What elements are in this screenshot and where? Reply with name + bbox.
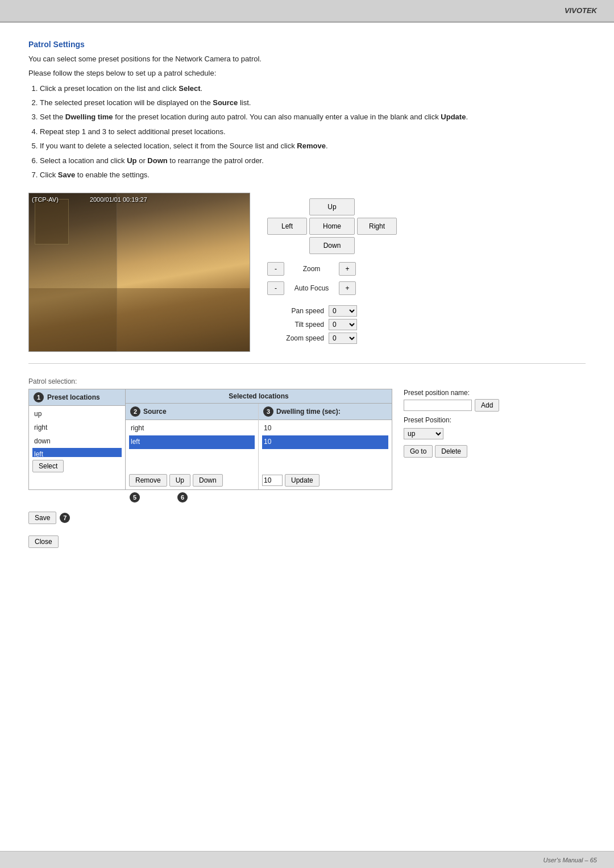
remove-button[interactable]: Remove [129, 474, 167, 487]
preset-name-row: Add [404, 399, 517, 412]
zoom-minus-button[interactable]: - [267, 262, 284, 276]
close-area: Close [28, 535, 586, 548]
dwell-value-input[interactable] [262, 475, 283, 486]
section-divider [28, 363, 586, 364]
pan-speed-row: Pan speed 01234 [267, 305, 357, 317]
badge-3: 3 [263, 406, 273, 417]
zoom-plus-button[interactable]: + [339, 262, 356, 276]
dwell-item-10-2[interactable]: 10 [262, 435, 388, 449]
preset-item-left[interactable]: left [32, 448, 122, 457]
camera-timestamp-overlay: (TCP-AV) 2000/01/01 00:19:27 [32, 196, 147, 203]
dwell-bottom-row: Update [259, 471, 392, 489]
add-preset-button[interactable]: Add [475, 399, 499, 412]
preset-position-label: Preset Position: [404, 416, 517, 424]
zoom-speed-select[interactable]: 01234 [329, 333, 357, 344]
badge-1: 1 [34, 392, 44, 402]
section-title: Patrol Settings [28, 40, 586, 49]
camera-ptz-section: (TCP-AV) 2000/01/01 00:19:27 Up Left Hom… [28, 193, 586, 352]
close-button[interactable]: Close [28, 535, 59, 548]
step-7: Click Save to enable the settings. [40, 168, 586, 181]
source-up-button[interactable]: Up [169, 474, 190, 487]
select-button[interactable]: Select [32, 460, 64, 472]
preset-bottom-btns: Select [29, 457, 125, 475]
tilt-speed-label: Tilt speed [267, 321, 324, 329]
update-button[interactable]: Update [285, 474, 320, 487]
autofocus-row: - Auto Focus + [267, 281, 356, 295]
autofocus-label: Auto Focus [289, 284, 334, 292]
step-3: Set the Dwelling time for the preset loc… [40, 110, 586, 123]
preset-item-up[interactable]: up [32, 408, 122, 421]
save-area: Save 7 [28, 512, 586, 524]
preset-item-down[interactable]: down [32, 435, 122, 448]
footer-text: User's Manual – 65 [544, 857, 597, 863]
badge-5: 5 [130, 492, 140, 502]
badge-indicators: 5 6 [125, 492, 188, 502]
af-plus-button[interactable]: + [339, 281, 356, 295]
dwell-sub-header: 3 Dwelling time (sec): [259, 404, 392, 420]
footer-bar: User's Manual – 65 [0, 851, 614, 868]
source-item-left[interactable]: left [129, 435, 255, 449]
badge-6: 6 [177, 492, 188, 502]
dwell-item-10-1[interactable]: 10 [262, 422, 388, 435]
delete-preset-button[interactable]: Delete [435, 445, 467, 458]
source-bottom-btns: Remove Up Down [126, 471, 258, 489]
camera-feed: (TCP-AV) 2000/01/01 00:19:27 [28, 193, 250, 352]
zoom-label: Zoom [289, 265, 334, 273]
left-button[interactable]: Left [267, 218, 307, 235]
patrol-table: 1 Preset locations up right down left Se… [28, 389, 392, 490]
badge-2: 2 [130, 406, 140, 417]
down-button[interactable]: Down [309, 237, 355, 254]
zoom-row: - Zoom + [267, 262, 356, 276]
pan-speed-label: Pan speed [267, 307, 324, 315]
tilt-speed-select[interactable]: 01234 [329, 319, 357, 330]
ptz-controls: Up Left Home Right Down - Zoom + [267, 193, 397, 346]
step-5: If you want to delete a selected locatio… [40, 139, 586, 152]
zoom-speed-row: Zoom speed 01234 [267, 333, 357, 344]
page: VIVOTEK Patrol Settings You can select s… [0, 0, 614, 868]
preset-name-input[interactable] [404, 400, 472, 411]
source-down-button[interactable]: Down [193, 474, 223, 487]
home-button[interactable]: Home [309, 218, 355, 235]
step-1: Click a preset location on the list and … [40, 82, 586, 95]
dpad-empty-tl [267, 198, 307, 215]
dpad-grid: Up Left Home Right Down [267, 198, 397, 254]
step-2: The selected preset location will be dis… [40, 96, 586, 109]
dwell-list-area: 10 10 [259, 420, 392, 471]
patrol-selection-label: Patrol selection: [28, 377, 586, 385]
af-minus-button[interactable]: - [267, 281, 284, 295]
preset-item-right[interactable]: right [32, 421, 122, 435]
goto-delete-row: Go to Delete [404, 445, 517, 458]
source-list-area: right left [126, 420, 258, 471]
preset-position-select[interactable]: up right down left [404, 428, 443, 439]
selected-col-header: Selected locations [126, 389, 392, 404]
speed-rows: Pan speed 01234 Tilt speed 01234 Zoom sp… [267, 305, 357, 346]
save-row: Save 7 [28, 512, 70, 524]
dpad-empty-br [357, 237, 397, 254]
source-sub-header: 2 Source [126, 404, 258, 420]
pan-speed-select[interactable]: 01234 [329, 305, 357, 317]
source-item-right[interactable]: right [129, 422, 255, 435]
save-button[interactable]: Save [28, 512, 56, 524]
preset-position-name-label: Preset position name: [404, 389, 517, 397]
preset-position-panel: Preset position name: Add Preset Positio… [404, 389, 517, 458]
dwell-sub-col: 3 Dwelling time (sec): 10 10 Update [259, 404, 392, 489]
intro-line-1: You can select some preset positions for… [28, 53, 586, 65]
intro-line-2: Please follow the steps below to set up … [28, 68, 586, 80]
step-4: Repeat step 1 and 3 to select additional… [40, 125, 586, 138]
badge-row: 5 6 [28, 490, 392, 502]
selected-locations-col: Selected locations 2 Source right [126, 389, 392, 489]
brand-label: VIVOTEK [565, 6, 597, 15]
right-button[interactable]: Right [357, 218, 397, 235]
dpad-empty-bl [267, 237, 307, 254]
preset-locations-col: 1 Preset locations up right down left Se… [29, 389, 126, 489]
header-bar: VIVOTEK [0, 0, 614, 22]
camera-image: (TCP-AV) 2000/01/01 00:19:27 [29, 193, 250, 351]
goto-button[interactable]: Go to [404, 445, 433, 458]
selected-col-inner: 2 Source right left Remove Up [126, 404, 392, 489]
zoom-speed-label: Zoom speed [267, 334, 324, 342]
preset-col-header: 1 Preset locations [29, 389, 125, 406]
badge-row-spacer [28, 492, 125, 502]
up-button[interactable]: Up [309, 198, 355, 215]
main-content: Patrol Settings You can select some pres… [0, 23, 614, 571]
dpad-empty-tr [357, 198, 397, 215]
